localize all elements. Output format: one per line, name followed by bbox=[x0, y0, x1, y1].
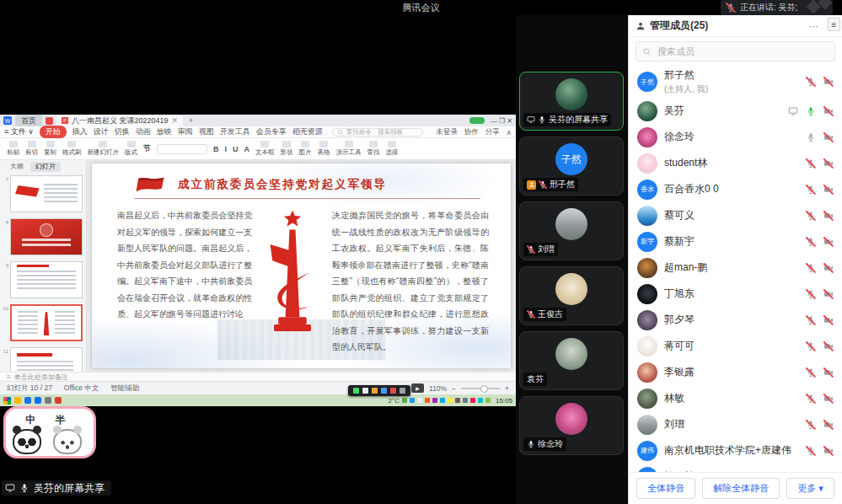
slideshow-play-button[interactable]: ▶ bbox=[411, 383, 424, 393]
share-toolbar-icon[interactable] bbox=[353, 388, 359, 394]
toolbar-button-图片[interactable]: 图片 bbox=[299, 141, 312, 157]
member-row[interactable]: 刘瑨 bbox=[629, 411, 842, 437]
member-row[interactable]: 琴兰 施琴兰 bbox=[629, 464, 842, 472]
tab-slides[interactable]: 幻灯片 bbox=[30, 162, 61, 172]
tray-icon[interactable] bbox=[448, 398, 453, 403]
slide-thumbnail[interactable] bbox=[10, 347, 83, 372]
taskbar-app-icon[interactable] bbox=[45, 397, 51, 404]
mic-status-icon[interactable] bbox=[806, 158, 816, 169]
camera-off-icon[interactable] bbox=[823, 263, 834, 273]
ribbon-search-box[interactable]: 查找命令、搜索模板 bbox=[332, 128, 423, 137]
more-actions-button[interactable]: 更多 ▾ bbox=[786, 478, 834, 499]
video-tile[interactable]: 子然 邢子然 bbox=[519, 137, 624, 196]
toolbar-button-查找[interactable]: 查找 bbox=[367, 141, 380, 157]
share-toolbar-icon[interactable] bbox=[381, 388, 387, 394]
slide-thumbnail[interactable] bbox=[10, 261, 83, 298]
taskbar-app-icon[interactable] bbox=[55, 397, 62, 404]
share-button[interactable]: 分享 bbox=[485, 127, 500, 137]
camera-off-icon[interactable] bbox=[823, 211, 834, 221]
mic-status-icon[interactable] bbox=[806, 394, 816, 404]
toolbar-button-U[interactable]: U bbox=[233, 145, 239, 153]
panel-more-button[interactable]: ··· bbox=[808, 21, 818, 31]
notes-bar[interactable]: ≡ 单击此处添加备注 bbox=[0, 372, 516, 381]
new-tab-button[interactable]: + bbox=[186, 116, 196, 125]
tray-icon[interactable] bbox=[478, 398, 483, 403]
member-row[interactable]: 丁旭东 bbox=[629, 281, 842, 307]
member-search-box[interactable] bbox=[636, 41, 835, 62]
mic-status-icon[interactable] bbox=[806, 420, 816, 430]
unmute-all-button[interactable]: 解除全体静音 bbox=[702, 478, 780, 499]
tray-icon[interactable] bbox=[440, 398, 445, 403]
member-row[interactable]: 超man-鹏 bbox=[629, 255, 842, 281]
toolbar-button-剪切[interactable]: 剪切 bbox=[25, 141, 38, 157]
ribbon-tab-视图[interactable]: 视图 bbox=[199, 126, 214, 137]
toolbar-button-文本框[interactable]: 文本框 bbox=[255, 141, 275, 157]
ribbon-tab-动画[interactable]: 动画 bbox=[136, 126, 151, 137]
video-tile[interactable]: 王俊吉 bbox=[519, 266, 624, 325]
camera-off-icon[interactable] bbox=[823, 420, 834, 430]
member-row[interactable]: 李银露 bbox=[629, 359, 842, 385]
zoom-in-button[interactable]: + bbox=[505, 384, 509, 393]
member-row[interactable]: 吴芬 bbox=[629, 98, 842, 124]
mic-status-icon[interactable] bbox=[806, 185, 816, 195]
toolbar-button-新建幻灯片[interactable]: 新建幻灯片 bbox=[88, 141, 120, 157]
ribbon-tab-切换[interactable]: 切换 bbox=[115, 126, 130, 137]
toolbar-button-复制[interactable]: 复制 bbox=[44, 141, 56, 157]
camera-off-icon[interactable] bbox=[823, 446, 834, 456]
camera-off-icon[interactable] bbox=[823, 185, 834, 195]
zoom-slider[interactable] bbox=[461, 388, 500, 389]
ribbon-tab-审阅[interactable]: 审阅 bbox=[178, 126, 193, 137]
camera-off-icon[interactable] bbox=[823, 132, 834, 142]
camera-off-icon[interactable] bbox=[823, 315, 834, 325]
camera-off-icon[interactable] bbox=[823, 289, 834, 299]
mic-status-icon[interactable] bbox=[806, 446, 816, 456]
tray-icon[interactable] bbox=[455, 398, 460, 403]
tray-icon[interactable] bbox=[425, 398, 430, 403]
wps-window-controls[interactable]: — ❐ ✕ bbox=[491, 117, 512, 125]
camera-off-icon[interactable] bbox=[823, 158, 834, 169]
tray-icon[interactable] bbox=[410, 398, 415, 403]
docer-icon[interactable] bbox=[46, 117, 53, 125]
taskbar-app-icon[interactable] bbox=[35, 397, 41, 404]
camera-off-icon[interactable] bbox=[823, 77, 834, 87]
mic-status-icon[interactable] bbox=[806, 472, 816, 473]
video-tile[interactable]: 吴芬的屏幕共享 bbox=[519, 72, 624, 131]
wps-file-menu[interactable]: ≡ 文件 ∨ bbox=[4, 126, 34, 137]
toolbar-button-B[interactable]: B bbox=[213, 145, 219, 153]
share-toolbar-icon[interactable] bbox=[362, 388, 368, 394]
toolbar-button-演示工具[interactable]: 演示工具 bbox=[336, 141, 362, 157]
toolbar-button-选择[interactable]: 选择 bbox=[386, 141, 399, 157]
camera-off-icon[interactable] bbox=[823, 341, 834, 351]
slide-thumbnail[interactable] bbox=[10, 218, 83, 255]
camera-off-icon[interactable] bbox=[823, 237, 834, 247]
camera-off-icon[interactable] bbox=[823, 394, 834, 404]
collapse-ribbon-icon[interactable]: ∧ bbox=[507, 128, 512, 137]
windows-start-icon[interactable] bbox=[3, 397, 11, 405]
ribbon-tab-放映[interactable]: 放映 bbox=[157, 126, 172, 137]
mic-status-icon[interactable] bbox=[806, 315, 816, 325]
camera-off-icon[interactable] bbox=[823, 106, 834, 116]
tray-icon[interactable] bbox=[432, 398, 437, 403]
share-toolbar-icon[interactable] bbox=[372, 388, 378, 394]
mic-status-icon[interactable] bbox=[806, 132, 816, 142]
mic-status-icon[interactable] bbox=[806, 367, 816, 378]
video-tile[interactable]: 袁芬 bbox=[519, 331, 624, 390]
close-tab-icon[interactable]: ✕ bbox=[172, 116, 179, 125]
tray-icon[interactable] bbox=[470, 398, 475, 403]
toolbar-button-表格[interactable]: 表格 bbox=[318, 141, 330, 157]
tray-icon[interactable] bbox=[485, 398, 491, 403]
member-row[interactable]: 蒋可可 bbox=[629, 333, 842, 359]
mic-status-icon[interactable] bbox=[806, 237, 816, 247]
member-row[interactable]: 香水 百合香水0 0 bbox=[629, 176, 842, 202]
video-tile[interactable]: 徐念玲 bbox=[519, 396, 624, 455]
share-toolbar-icon[interactable] bbox=[400, 388, 405, 394]
ribbon-tab-稻壳资源[interactable]: 稻壳资源 bbox=[292, 126, 323, 137]
toolbar-button-形状[interactable]: 形状 bbox=[281, 141, 293, 157]
tab-outline[interactable]: 大纲 bbox=[5, 162, 29, 172]
taskbar-app-icon[interactable] bbox=[24, 397, 31, 404]
collaborate-button[interactable]: 协作 bbox=[464, 127, 479, 137]
ribbon-tab-会员专享[interactable]: 会员专享 bbox=[256, 126, 287, 137]
login-status[interactable]: 未登录 bbox=[436, 127, 458, 137]
toolbar-button-版式[interactable]: 版式 bbox=[125, 141, 137, 157]
mute-all-button[interactable]: 全体静音 bbox=[636, 478, 695, 499]
